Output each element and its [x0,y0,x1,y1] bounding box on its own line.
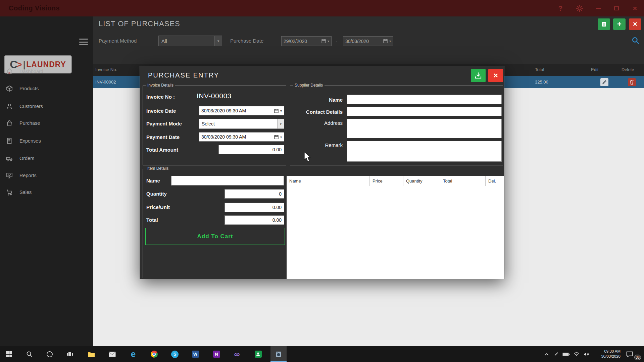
calendar-icon [274,135,279,139]
mail-button[interactable] [104,346,120,362]
payment-mode-dropdown[interactable]: Select ▾ [199,119,284,129]
add-purchase-button[interactable]: + [613,18,626,30]
calendar-icon [274,109,279,113]
cart-table-body [287,186,504,279]
edge-button[interactable]: e [125,346,141,362]
reports-icon [5,171,13,179]
sidebar-item-label: Dashboard [19,69,43,74]
sidebar-item-reports[interactable]: Reports [0,168,93,183]
tray-battery-button[interactable] [561,346,571,362]
column-header-total: Total [533,64,589,76]
contacts-app-button[interactable] [250,346,266,362]
search-button[interactable] [630,35,642,47]
pen-icon [554,352,559,357]
taskbar-search-button[interactable] [21,346,38,362]
tray-network-button[interactable] [572,346,581,362]
chrome-button[interactable] [146,346,162,362]
invoice-date-picker[interactable]: 30/03/2020 09:30 AM ▾ [199,106,284,115]
search-icon [631,36,640,45]
settings-button[interactable] [572,0,587,16]
tray-expand-button[interactable] [542,346,551,362]
calendar-icon [321,39,326,43]
cart-column-quantity: Quantity [403,176,440,186]
dashboard-icon [5,67,13,75]
sidebar-item-customers[interactable]: Customers [0,99,93,114]
speaker-icon [584,352,589,357]
export-button[interactable] [598,18,610,30]
item-price-input[interactable] [225,203,284,212]
invoice-details-legend: Invoice Details [146,83,175,88]
window-close-button[interactable]: × [627,0,643,16]
item-name-input[interactable] [171,176,284,186]
edit-row-button[interactable] [600,78,608,86]
date-range-separator: - [336,38,337,44]
sidebar-item-purchase[interactable]: Purchase [0,115,93,131]
cortana-button[interactable] [42,346,58,362]
sidebar-item-dashboard[interactable]: Dashboard [0,64,93,79]
supplier-contact-input[interactable] [347,107,502,116]
dialog-close-button[interactable]: × [488,69,503,82]
task-view-icon [66,351,73,358]
payment-date-picker[interactable]: 30/03/2020 09:30 AM ▾ [199,132,284,142]
save-icon [475,72,482,79]
item-quantity-input[interactable] [225,189,284,199]
hamburger-menu-button[interactable] [79,39,88,45]
purchase-date-label: Purchase Date [230,38,263,44]
sidebar-item-sales[interactable]: Sales [0,185,93,200]
task-view-button[interactable] [62,346,78,362]
skype-button[interactable]: S [167,346,183,362]
delete-row-button[interactable] [628,78,636,86]
supplier-name-input[interactable] [347,95,502,104]
person-icon [255,351,262,358]
column-header-delete: Delete [620,64,644,76]
sidebar-item-orders[interactable]: Orders [0,151,93,166]
onenote-icon: N [213,351,220,358]
item-details-group: Item Details Name Quantity Price/Unit To… [143,169,286,278]
laundry-app-icon [275,351,282,358]
action-center-button[interactable] [625,346,634,362]
cart-column-total: Total [440,176,486,186]
file-explorer-button[interactable] [83,346,99,362]
help-button[interactable]: ? [553,0,568,16]
save-purchase-button[interactable] [471,69,486,82]
active-app-button[interactable] [270,346,287,362]
word-button[interactable]: W [187,346,203,362]
chrome-icon [151,351,158,358]
cart-column-del: Del. [486,176,504,186]
onenote-button[interactable]: N [208,346,225,362]
visual-studio-icon: ∞ [234,350,240,359]
gear-icon [576,5,583,12]
minimize-button[interactable] [590,0,606,16]
supplier-remark-input[interactable] [347,141,502,162]
chevron-down-icon: ▾ [214,36,222,46]
plus-icon: + [617,20,622,29]
sidebar-item-label: Reports [19,173,37,178]
supplier-address-input[interactable] [347,119,502,138]
chevron-down-icon: ▾ [280,109,282,113]
supplier-remark-label: Remark [290,142,343,148]
sidebar-item-expenses[interactable]: Expenses [0,133,93,149]
trash-icon [630,80,634,85]
cart-table: Name Price Quantity Total Del. [287,176,504,279]
total-amount-input[interactable] [218,145,284,154]
notification-badge: 36 [634,355,641,360]
start-button[interactable] [1,346,17,362]
visual-studio-button[interactable]: ∞ [229,346,245,362]
add-to-cart-button[interactable]: Add To Cart [145,228,285,245]
item-total-input[interactable] [225,215,284,225]
expenses-icon [5,137,13,145]
maximize-button[interactable] [609,0,624,16]
page-close-button[interactable]: × [629,18,641,30]
payment-method-dropdown[interactable]: All ▾ [158,36,222,46]
taskbar-clock[interactable]: 09:30 AM 30/03/2020 [590,349,621,359]
cart-table-header: Name Price Quantity Total Del. [287,176,504,186]
invoice-no-value: INV-00003 [197,92,232,100]
pencil-icon [602,80,607,85]
chevron-down-icon: ▾ [389,39,391,43]
calendar-icon [383,39,388,43]
supplier-address-label: Address [290,120,343,126]
tray-pen-button[interactable] [551,346,561,362]
sidebar-item-products[interactable]: Products [0,81,93,96]
date-from-picker[interactable]: 29/02/2020 ▾ [281,36,332,46]
date-to-picker[interactable]: 30/03/2020 ▾ [343,36,393,46]
